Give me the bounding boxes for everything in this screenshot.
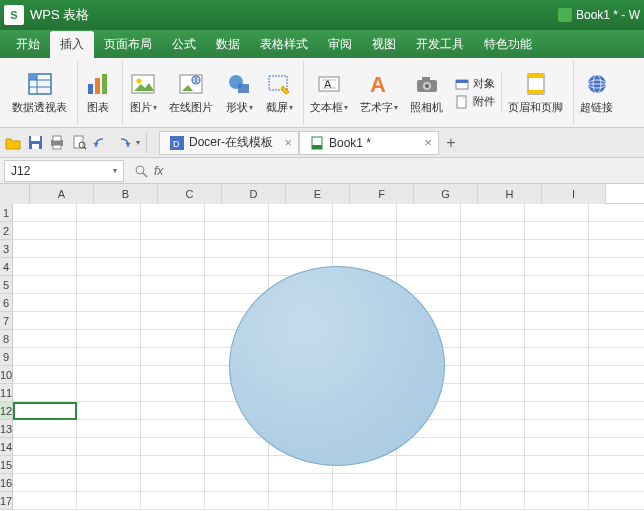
print-icon[interactable]	[48, 134, 66, 152]
menu-公式[interactable]: 公式	[162, 31, 206, 58]
title-bar: S WPS 表格 Book1 * - W	[0, 0, 644, 30]
dropdown-icon: ▾	[394, 103, 398, 112]
col-header[interactable]: E	[286, 184, 350, 204]
shape-label: 形状	[226, 100, 248, 115]
undo-icon[interactable]	[92, 134, 110, 152]
add-tab-button[interactable]: +	[439, 131, 463, 155]
row-header[interactable]: 7	[0, 312, 13, 330]
oval-shape[interactable]	[229, 266, 445, 466]
svg-text:A: A	[370, 72, 386, 96]
col-header[interactable]: G	[414, 184, 478, 204]
close-icon[interactable]: ×	[284, 135, 292, 150]
col-header[interactable]: A	[30, 184, 94, 204]
hyperlink-label: 超链接	[580, 100, 613, 115]
ribbon-camera[interactable]: 照相机	[404, 68, 449, 117]
app-logo-icon: S	[4, 5, 24, 25]
svg-rect-1	[29, 74, 37, 80]
ribbon-online-image[interactable]: 在线图片	[163, 68, 219, 117]
col-header[interactable]: D	[222, 184, 286, 204]
close-icon[interactable]: ×	[424, 135, 432, 150]
svg-rect-36	[32, 144, 39, 149]
fx-search-icon[interactable]	[134, 164, 148, 178]
document-indicator: Book1 * - W	[558, 8, 640, 22]
select-all-corner[interactable]	[0, 184, 30, 204]
row-header[interactable]: 9	[0, 348, 13, 366]
menu-开始[interactable]: 开始	[6, 31, 50, 58]
row-header[interactable]: 17	[0, 492, 13, 510]
ribbon-attachment[interactable]: 附件	[455, 94, 495, 109]
menu-视图[interactable]: 视图	[362, 31, 406, 58]
dropdown-icon: ▾	[344, 103, 348, 112]
row-header[interactable]: 13	[0, 420, 13, 438]
row-header[interactable]: 15	[0, 456, 13, 474]
ribbon-chart[interactable]: 图表	[78, 61, 123, 125]
col-header[interactable]: H	[478, 184, 542, 204]
ribbon-object[interactable]: 对象	[455, 76, 495, 91]
svg-point-9	[137, 79, 142, 84]
print-preview-icon[interactable]	[70, 134, 88, 152]
row-header[interactable]: 14	[0, 438, 13, 456]
svg-line-48	[143, 173, 147, 177]
redo-icon[interactable]	[114, 134, 132, 152]
cells-area[interactable]	[13, 204, 644, 511]
ribbon-hyperlink[interactable]: 超链接	[574, 68, 619, 117]
online-image-label: 在线图片	[169, 100, 213, 115]
name-box[interactable]: J12 ▾	[4, 160, 124, 182]
tab-label: Docer-在线模板	[189, 134, 273, 151]
header-footer-label: 页眉和页脚	[508, 100, 563, 115]
spreadsheet-grid[interactable]: ABCDEFGHI 1234567891011121314151617	[0, 184, 644, 511]
svg-rect-28	[528, 74, 544, 78]
doc-tab[interactable]: DDocer-在线模板×	[159, 131, 299, 155]
svg-rect-5	[88, 84, 93, 94]
qat-dropdown-icon[interactable]: ▾	[136, 138, 140, 147]
menu-页面布局[interactable]: 页面布局	[94, 31, 162, 58]
row-header[interactable]: 16	[0, 474, 13, 492]
column-headers: ABCDEFGHI	[0, 184, 644, 204]
ribbon-screenshot[interactable]: 截屏▾	[259, 61, 304, 125]
ribbon-wordart[interactable]: A 艺术字▾	[354, 68, 404, 117]
svg-rect-25	[456, 80, 468, 83]
attachment-label: 附件	[473, 94, 495, 109]
open-icon[interactable]	[4, 134, 22, 152]
attachment-icon	[455, 95, 469, 109]
svg-rect-35	[31, 136, 40, 141]
svg-rect-29	[528, 90, 544, 94]
row-header[interactable]: 4	[0, 258, 13, 276]
image-label: 图片	[130, 100, 152, 115]
menu-特色功能[interactable]: 特色功能	[474, 31, 542, 58]
row-header[interactable]: 11	[0, 384, 13, 402]
doc-tab[interactable]: Book1 *×	[299, 131, 439, 155]
row-header[interactable]: 3	[0, 240, 13, 258]
ribbon-header-footer[interactable]: 页眉和页脚	[502, 61, 574, 125]
row-header[interactable]: 1	[0, 204, 13, 222]
row-header[interactable]: 6	[0, 294, 13, 312]
namebox-dropdown-icon[interactable]: ▾	[113, 166, 117, 175]
camera-icon	[413, 70, 441, 98]
col-header[interactable]: I	[542, 184, 606, 204]
col-header[interactable]: F	[350, 184, 414, 204]
menu-开发工具[interactable]: 开发工具	[406, 31, 474, 58]
save-icon[interactable]	[26, 134, 44, 152]
menu-审阅[interactable]: 审阅	[318, 31, 362, 58]
pivot-table-icon	[26, 70, 54, 98]
col-header[interactable]: B	[94, 184, 158, 204]
row-header[interactable]: 10	[0, 366, 13, 384]
row-header[interactable]: 5	[0, 276, 13, 294]
col-header[interactable]: C	[158, 184, 222, 204]
ribbon-textbox[interactable]: A 文本框▾	[304, 68, 354, 117]
ribbon-shape[interactable]: 形状▾	[219, 68, 259, 117]
cell-reference: J12	[11, 164, 30, 178]
menu-数据[interactable]: 数据	[206, 31, 250, 58]
row-headers: 1234567891011121314151617	[0, 204, 13, 511]
menu-表格样式[interactable]: 表格样式	[250, 31, 318, 58]
row-header[interactable]: 8	[0, 330, 13, 348]
svg-line-42	[84, 147, 86, 149]
row-header[interactable]: 12	[0, 402, 13, 420]
row-header[interactable]: 2	[0, 222, 13, 240]
ribbon-image[interactable]: 图片▾	[123, 68, 163, 117]
menu-插入[interactable]: 插入	[50, 31, 94, 58]
menu-bar: 开始插入页面布局公式数据表格样式审阅视图开发工具特色功能	[0, 30, 644, 58]
ribbon-pivot-table[interactable]: 数据透视表	[6, 61, 78, 125]
fx-label[interactable]: fx	[154, 164, 163, 178]
svg-rect-46	[312, 145, 322, 149]
